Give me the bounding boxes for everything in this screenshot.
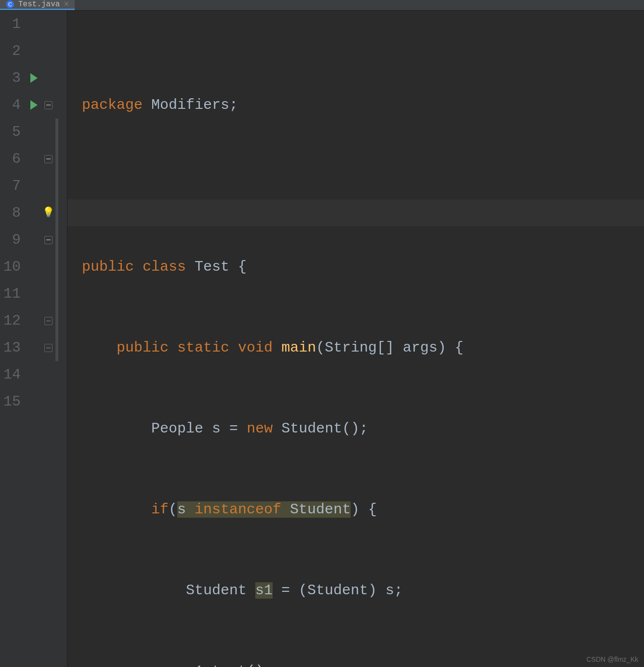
java-file-icon: C <box>6 0 14 9</box>
fold-toggle-icon[interactable] <box>41 317 55 325</box>
editor-tab-label: Test.java <box>18 0 60 9</box>
editor-tab-test-java[interactable]: C Test.java × <box>0 0 75 10</box>
fold-toggle-icon[interactable] <box>41 344 55 352</box>
run-gutter-icon[interactable] <box>26 73 41 83</box>
method-scope-stripe <box>55 118 58 361</box>
fold-toggle-icon[interactable] <box>41 236 55 244</box>
gutter-row[interactable]: 15 <box>0 388 67 415</box>
intention-bulb-icon[interactable]: 💡 <box>42 199 54 226</box>
gutter-row[interactable]: 1 <box>0 11 67 38</box>
close-tab-icon[interactable]: × <box>64 0 69 9</box>
gutter-row[interactable]: 3 <box>0 65 67 92</box>
fold-toggle-icon[interactable] <box>41 155 55 163</box>
svg-text:C: C <box>8 1 12 7</box>
run-gutter-icon[interactable] <box>26 100 41 110</box>
code-area[interactable]: package Modifiers; public class Test { p… <box>67 11 644 667</box>
gutter-row[interactable]: 2 <box>0 38 67 65</box>
fold-toggle-icon[interactable] <box>41 101 55 109</box>
gutter-row[interactable]: 4 <box>0 92 67 118</box>
code-editor[interactable]: 1 2 3 4 5 6 7 8💡 9 10 11 12 13 14 15 pac… <box>0 11 644 667</box>
gutter-row[interactable]: 14 <box>0 361 67 388</box>
editor-tab-bar: C Test.java × <box>0 0 644 11</box>
